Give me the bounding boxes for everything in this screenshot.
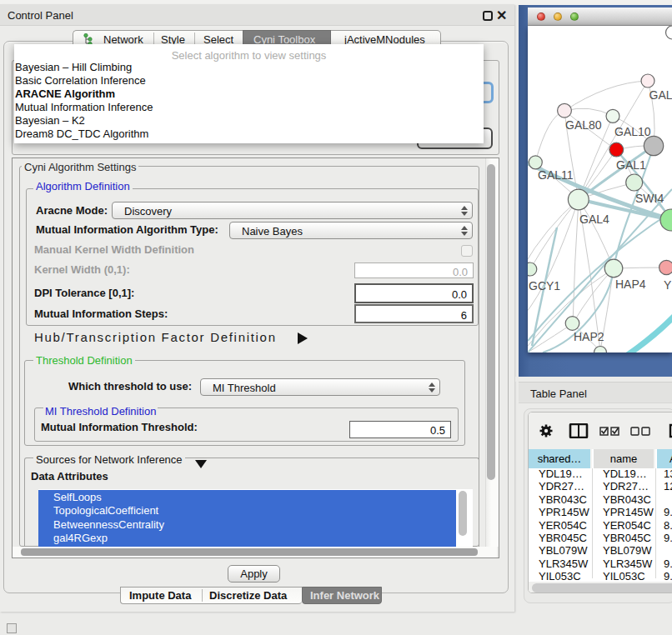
svg-text:GAL4: GAL4: [579, 212, 609, 226]
svg-text:GAL2: GAL2: [649, 88, 672, 102]
svg-text:HAP2: HAP2: [574, 330, 604, 343]
svg-text:GAL10: GAL10: [614, 125, 651, 138]
svg-text:GAL1: GAL1: [616, 158, 646, 172]
svg-text:GCY1: GCY1: [529, 279, 560, 292]
svg-text:GAL11: GAL11: [538, 168, 574, 182]
svg-text:HAP4: HAP4: [615, 278, 646, 291]
svg-text:SWI4: SWI4: [635, 192, 664, 205]
svg-text:GAL80: GAL80: [565, 118, 602, 132]
svg-text:Y: Y: [664, 278, 672, 292]
